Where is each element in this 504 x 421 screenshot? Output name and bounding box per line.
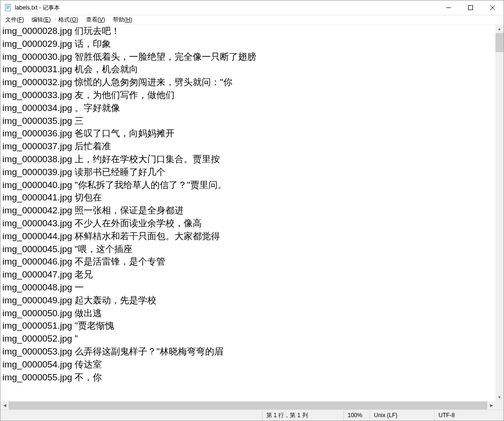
scroll-down-arrow[interactable]: ▼ — [495, 393, 504, 401]
minimize-button[interactable] — [438, 0, 460, 15]
vscroll-thumb[interactable] — [495, 33, 504, 52]
status-spacer — [0, 410, 262, 421]
vertical-scrollbar[interactable]: ▲ ▼ — [495, 25, 504, 401]
hscroll-track[interactable] — [9, 401, 487, 410]
status-lineending: Unix (LF) — [370, 410, 434, 421]
menu-edit[interactable]: 编辑(E) — [28, 15, 55, 24]
editor-area: img_0000028.jpg 们玩去吧！ img_0000029.jpg 话，… — [0, 25, 504, 401]
hscrollbar-row: ◀ ▶ — [0, 401, 504, 410]
status-zoom: 100% — [343, 410, 370, 421]
scroll-right-arrow[interactable]: ▶ — [487, 401, 495, 410]
status-position: 第 1 行，第 1 列 — [262, 410, 343, 421]
window-controls — [438, 0, 504, 15]
svg-rect-6 — [469, 6, 473, 10]
scroll-up-arrow[interactable]: ▲ — [495, 25, 504, 33]
menu-format[interactable]: 格式(O) — [55, 15, 82, 24]
notepad-window: labels.txt - 记事本 文件(F) 编辑(E) 格式(O) 查看(V)… — [0, 0, 504, 421]
menubar: 文件(F) 编辑(E) 格式(O) 查看(V) 帮助(H) — [0, 15, 504, 25]
menu-view[interactable]: 查看(V) — [82, 15, 109, 24]
status-encoding: UTF-8 — [434, 410, 504, 421]
maximize-button[interactable] — [460, 0, 482, 15]
scroll-corner — [495, 401, 504, 410]
app-icon — [4, 4, 12, 11]
window-title: labels.txt - 记事本 — [15, 4, 60, 12]
titlebar[interactable]: labels.txt - 记事本 — [0, 0, 504, 15]
close-button[interactable] — [482, 0, 504, 15]
statusbar: 第 1 行，第 1 列 100% Unix (LF) UTF-8 — [0, 410, 504, 421]
text-content[interactable]: img_0000028.jpg 们玩去吧！ img_0000029.jpg 话，… — [0, 25, 495, 401]
menu-file[interactable]: 文件(F) — [1, 15, 28, 24]
vscroll-track[interactable] — [495, 33, 504, 393]
hscroll-thumb[interactable] — [9, 401, 487, 410]
horizontal-scrollbar[interactable]: ◀ ▶ — [0, 401, 495, 410]
scroll-left-arrow[interactable]: ◀ — [0, 401, 9, 410]
menu-help[interactable]: 帮助(H) — [109, 15, 136, 24]
